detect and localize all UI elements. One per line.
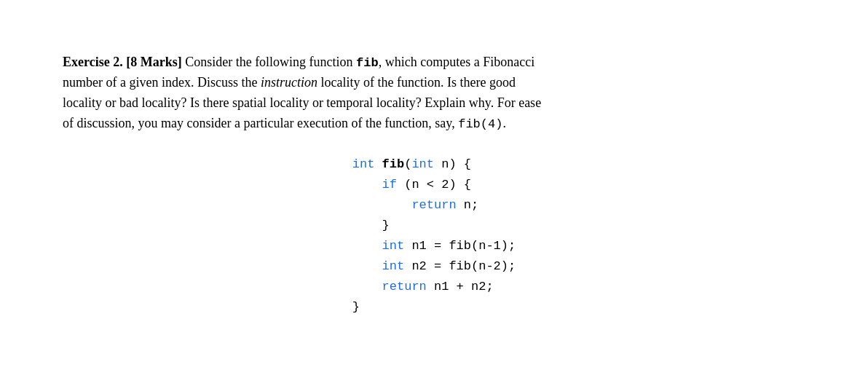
keyword-int-1: int (352, 157, 375, 171)
code-close-brace-2: } (352, 300, 360, 314)
code-line-3: return n; (352, 195, 516, 216)
code-line-1: int fib(int n) { (352, 154, 516, 175)
text-line4b: . (502, 116, 506, 130)
fib-name: fib (356, 56, 379, 70)
code-block: int fib(int n) { if (n < 2) { return n; … (63, 154, 805, 318)
code-line-4: } (352, 216, 516, 236)
keyword-return-2: return (382, 280, 427, 294)
code-content: int fib(int n) { if (n < 2) { return n; … (352, 154, 516, 318)
code-n1: n1 = fib(n-1); (404, 239, 516, 253)
exercise-label: Exercise 2. (63, 55, 123, 69)
keyword-return-1: return (411, 198, 456, 212)
keyword-int-3: int (382, 259, 405, 273)
code-line-5: int n1 = fib(n-1); (352, 236, 516, 256)
code-close-brace-1: } (382, 219, 390, 232)
text-line1: Consider the following function (185, 55, 356, 69)
keyword-int-2: int (382, 239, 405, 253)
code-n2: n2 = fib(n-2); (404, 259, 516, 273)
fib4-ref: fib(4) (458, 117, 502, 131)
code-line-6: int n2 = fib(n-2); (352, 256, 516, 277)
code-line-8: } (352, 297, 516, 318)
code-fib-sig: fib(int n) { (374, 157, 471, 171)
code-line-2: if (n < 2) { (352, 175, 516, 195)
code-line-7: return n1 + n2; (352, 277, 516, 297)
text-line3: locality or bad locality? Is there spati… (63, 95, 541, 110)
italic-word: instruction (261, 75, 317, 90)
text-line4a: of discussion, you may consider a partic… (63, 116, 458, 130)
exercise-marks: [8 Marks] (126, 55, 181, 69)
text-line1b: , which computes a Fibonacci (379, 55, 534, 69)
code-if-cond: (n < 2) { (397, 178, 471, 192)
code-return-sum: n1 + n2; (427, 280, 494, 294)
page-container: Exercise 2. [8 Marks] Consider the follo… (33, 31, 835, 340)
text-line2: number of a given index. Discuss the (63, 75, 261, 90)
code-return-n: n; (457, 198, 479, 212)
keyword-if: if (382, 178, 397, 192)
text-line2b: locality of the function. Is there good (317, 75, 516, 90)
exercise-text: Exercise 2. [8 Marks] Consider the follo… (63, 52, 805, 134)
